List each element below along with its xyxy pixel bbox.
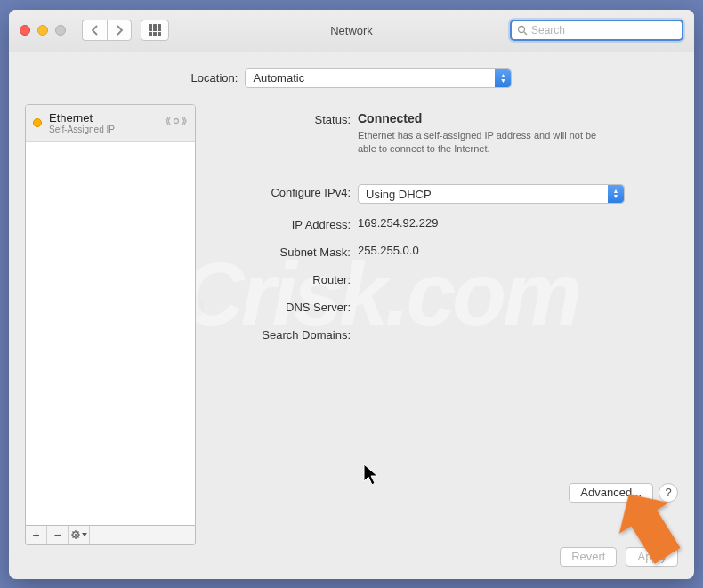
main-panel: Status: Connected Ethernet has a self-as… [208,104,678,545]
search-input[interactable] [531,24,676,36]
dns-row: DNS Server: [208,299,678,314]
status-message: Ethernet has a self-assigned IP address … [358,129,616,157]
network-window: PCrisk.com Network [9,10,694,579]
chevron-down-icon [82,533,87,536]
dns-label: DNS Server: [208,299,351,314]
configure-label: Configure IPv4: [208,184,351,199]
select-arrows-icon: ▲▼ [495,69,511,87]
body: Ethernet Self-Assigned IP + − [9,104,694,558]
show-all-button[interactable] [141,20,169,41]
status-label: Status: [208,111,351,126]
ip-row: IP Address: 169.254.92.229 [208,216,678,231]
network-item-status: Self-Assigned IP [49,125,158,134]
titlebar: Network [9,10,694,52]
network-item-ethernet[interactable]: Ethernet Self-Assigned IP [26,105,195,142]
sidebar: Ethernet Self-Assigned IP + − [25,104,196,545]
nav-buttons [82,20,132,41]
help-button[interactable]: ? [659,483,678,503]
status-value: Connected [358,111,678,125]
svg-point-7 [174,119,179,124]
ip-value: 169.254.92.229 [358,216,678,230]
svg-point-9 [75,534,77,536]
advanced-button[interactable]: Advanced... [569,483,653,503]
action-row: Revert Apply [560,547,678,567]
location-value: Automatic [253,71,304,85]
apply-button[interactable]: Apply [626,547,678,567]
subnet-value: 255.255.0.0 [358,244,678,257]
svg-point-5 [519,27,525,33]
status-row: Status: Connected Ethernet has a self-as… [208,111,678,157]
back-button[interactable] [82,20,107,41]
minimize-button[interactable] [37,25,48,36]
grid-icon [149,24,161,36]
close-button[interactable] [20,25,30,36]
router-label: Router: [208,271,351,286]
window-title: Network [330,24,373,37]
zoom-button[interactable] [55,25,66,36]
location-select[interactable]: Automatic ▲▼ [245,68,512,88]
configure-row: Configure IPv4: Using DHCP ▲▼ [208,184,678,204]
ethernet-icon [165,113,188,133]
revert-button[interactable]: Revert [560,547,617,567]
network-item-name: Ethernet [49,111,158,125]
location-row: Location: Automatic ▲▼ [9,52,694,104]
select-arrows-icon: ▲▼ [608,185,624,203]
search-icon [517,25,528,36]
gear-icon [70,529,81,540]
domains-label: Search Domains: [208,326,351,342]
location-label: Location: [191,71,238,85]
forward-button[interactable] [107,20,132,41]
remove-network-button[interactable]: − [47,526,69,544]
status-dot-icon [33,118,42,127]
subnet-row: Subnet Mask: 255.255.0.0 [208,244,678,259]
ip-label: IP Address: [208,216,351,231]
domains-row: Search Domains: [208,326,678,342]
configure-value: Using DHCP [366,188,432,201]
advanced-row: Advanced... ? [569,483,678,503]
router-row: Router: [208,271,678,286]
add-network-button[interactable]: + [26,526,47,544]
configure-select[interactable]: Using DHCP ▲▼ [358,184,625,204]
traffic-lights [20,25,66,36]
network-list[interactable]: Ethernet Self-Assigned IP [25,104,196,526]
sidebar-footer: + − [25,526,196,545]
search-field[interactable] [510,20,683,41]
network-actions-button[interactable] [69,526,90,544]
svg-line-6 [524,32,527,35]
subnet-label: Subnet Mask: [208,244,351,259]
network-item-info: Ethernet Self-Assigned IP [49,111,158,134]
